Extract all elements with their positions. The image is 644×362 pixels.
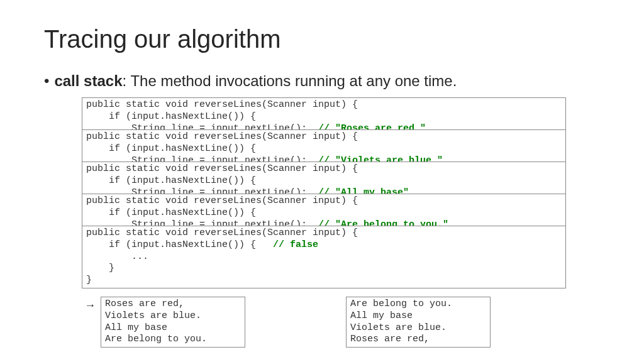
stack-frame: public static void reverseLines(Scanner …: [82, 226, 566, 288]
bullet-line: •call stack: The method invocations runn…: [44, 72, 600, 90]
output-box: Are belong to you. All my base Violets a…: [346, 297, 491, 348]
bullet-definition: : The method invocations running at any …: [123, 72, 457, 89]
input-file-box: Roses are red, Violets are blue. All my …: [101, 297, 245, 348]
arrow-icon: →: [87, 299, 94, 312]
bullet-term: call stack: [54, 72, 122, 89]
slide-title: Tracing our algorithm: [44, 25, 600, 53]
